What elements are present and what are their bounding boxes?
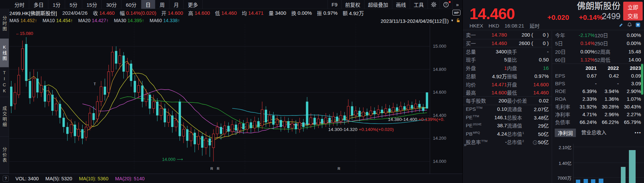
sidebar-item-成交明细[interactable]: 成交明细 bbox=[0, 97, 9, 137]
quote-row: 股息率TTM-总市值2i50亿 bbox=[463, 138, 552, 146]
info-icon[interactable]: i bbox=[533, 140, 537, 145]
sidebar-item-分价表[interactable]: 分价表 bbox=[0, 137, 9, 174]
last-price: 14.460 bbox=[469, 5, 515, 23]
tool-工具[interactable]: 工具 bbox=[410, 0, 428, 9]
tab-更多[interactable]: 更多 bbox=[184, 0, 203, 9]
ma-label-MA5: MA514.452↑ bbox=[9, 18, 37, 23]
quote-row: PETTM146.1总股本3.48亿 bbox=[463, 113, 552, 122]
quote-row: 总量3400换手- bbox=[463, 47, 552, 56]
tab-多日[interactable]: 多日 bbox=[29, 0, 48, 9]
quote-row: 20日0.00%52周高15.48 bbox=[552, 47, 644, 56]
ma-items: MA514.452↑MA1014.454↑MA2014.427↑MA3014.3… bbox=[9, 18, 185, 23]
t-marker: T bbox=[236, 129, 239, 133]
vol-items: VOL: 3400MA(5): 5320MA(10): 5360MA(20): … bbox=[15, 176, 145, 181]
y-tick-14.600: 14.600 bbox=[433, 90, 446, 95]
fin-row-负债率: 负债率66.24%66.22%65.79% bbox=[555, 118, 641, 126]
quote-row: 买一14.4602600 (0 ) bbox=[463, 39, 552, 48]
fin-table-header: 202120222023 bbox=[555, 64, 641, 72]
panel-scrollbar[interactable] bbox=[641, 64, 643, 95]
chart-region: 分时多日1分5分15分30分60分日周月更多 F9前复权超级叠加画线工具?» 分… bbox=[0, 0, 462, 183]
quote-row: 5日0.14%250日0.00% bbox=[552, 39, 644, 48]
tab-60分[interactable]: 60分 bbox=[121, 0, 141, 9]
vol-stat: VOL: 3400 bbox=[15, 176, 39, 181]
market-info-row: HKEX HKD 16:08:21 延时 bbox=[469, 22, 540, 29]
period-tabs: 分时多日1分5分15分30分60分日周月更多 bbox=[10, 0, 203, 9]
r-marker: R bbox=[210, 167, 213, 171]
vol-stat: MA(20): 5140 bbox=[115, 176, 145, 181]
fin-row-ROE: ROE6.39%3.94%2.90% bbox=[555, 87, 641, 95]
vol-stat: MA(10): 5360 bbox=[79, 176, 108, 181]
fin-row-净利率: 净利率4.71%2.96%2.27% bbox=[555, 110, 641, 118]
symbol-label: 2499.HK[佛朗斯股份] bbox=[9, 9, 57, 16]
stock-code: 2499 bbox=[577, 11, 621, 21]
period-high-label: ←15.080 bbox=[15, 31, 33, 36]
sidebar-item-TICK[interactable]: TICK bbox=[0, 67, 9, 97]
t-marker: T bbox=[94, 82, 96, 86]
quote-row: 现手5量比0.50 bbox=[463, 56, 552, 64]
help-icon[interactable]: ? bbox=[440, 0, 452, 9]
alert-bell-icon[interactable] bbox=[627, 22, 632, 28]
tab-周[interactable]: 周 bbox=[155, 0, 169, 9]
tab-分时[interactable]: 分时 bbox=[10, 0, 29, 9]
info-field-额: 额4.92万 bbox=[343, 9, 364, 16]
tool-前复权[interactable]: 前复权 bbox=[341, 0, 364, 9]
svg-text:?: ? bbox=[445, 3, 447, 7]
info-field-低: 低14.460 bbox=[215, 9, 237, 16]
expand-toolbar-icon[interactable]: » bbox=[452, 0, 462, 9]
info-field-高: 高14.600 bbox=[188, 9, 210, 16]
r-marker: R bbox=[338, 167, 340, 171]
fin-tab-净利润[interactable]: 净利润 bbox=[555, 129, 576, 137]
more-menu-icon[interactable]: ••• bbox=[635, 130, 641, 135]
quote-detail-left: 卖一14.780200 (0 )买一14.4602600 (0 )总量3400换… bbox=[463, 31, 552, 146]
tab-30分[interactable]: 30分 bbox=[102, 0, 121, 9]
fin-row-EPS: EPS0.670.420.09 bbox=[555, 72, 641, 80]
wp-monitor-icon[interactable]: WP bbox=[452, 10, 460, 15]
stock-name-block: 佛朗斯股份 2499 bbox=[577, 1, 621, 21]
view-sidebar: 分时图K线图TICK成交明细分价表 bbox=[0, 9, 9, 174]
financial-table: 202120222023EPS0.670.420.09BPS--3.09ROE6… bbox=[552, 64, 644, 126]
tab-1分[interactable]: 1分 bbox=[48, 0, 65, 9]
net-profit-mini-chart[interactable]: 2.10亿1.40亿7000万 bbox=[552, 141, 644, 183]
quote-row: 60日1.12%52周低14.00 bbox=[552, 56, 644, 64]
chart-tools: F9前复权超级叠加画线工具?» bbox=[328, 0, 462, 9]
quote-panel: 14.460 +0.020 +0.14% 佛朗斯股份 2499 立即交易 HKE… bbox=[462, 0, 644, 183]
tab-15分[interactable]: 15分 bbox=[82, 0, 102, 9]
info-field-换: 换0.00% bbox=[291, 9, 312, 16]
trade-now-button[interactable]: 立即交易 bbox=[623, 2, 643, 20]
mini-grid-label: 7000万 bbox=[552, 175, 572, 181]
fin-tab-营业总收入[interactable]: 营业总收入 bbox=[581, 129, 606, 137]
sidebar-item-K线图[interactable]: K线图 bbox=[0, 39, 9, 67]
mini-bar bbox=[629, 150, 636, 183]
info-field-振: 振0.97% bbox=[317, 9, 338, 16]
tab-5分[interactable]: 5分 bbox=[65, 0, 82, 9]
fin-row-BPS: BPS--3.09 bbox=[555, 80, 641, 87]
unlock-icon[interactable] bbox=[456, 18, 460, 23]
edit-pencil-icon[interactable] bbox=[618, 22, 624, 28]
mini-bar bbox=[576, 180, 580, 183]
sidebar-item-分时图[interactable]: 分时图 bbox=[0, 9, 9, 39]
r-marker: R bbox=[217, 167, 219, 171]
mini-bar bbox=[584, 179, 588, 183]
date-range[interactable]: 2023/11/13-2024/04/26(112日) bbox=[381, 17, 449, 24]
collapse-panel-icon[interactable]: » bbox=[464, 142, 466, 147]
candlestick-chart[interactable]: ←15.080 14.000 ⟶ 14.380-14.400 +0.139%(+… bbox=[9, 24, 462, 174]
add-watchlist-icon[interactable] bbox=[635, 22, 641, 28]
fin-row-ROA: ROA2.33%1.36%1.07% bbox=[555, 95, 641, 103]
ma-label-MA30: MA3014.395↑ bbox=[114, 18, 144, 23]
quote-row: PBMRQ4.24总市值150亿 bbox=[463, 130, 552, 138]
help-icon[interactable]: ? bbox=[3, 176, 9, 182]
tool-F9[interactable]: F9 bbox=[328, 0, 341, 9]
tab-日[interactable]: 日 bbox=[141, 0, 155, 9]
chevron-down-icon[interactable]: ▼ bbox=[451, 19, 454, 22]
tool-画线[interactable]: 画线 bbox=[392, 0, 410, 9]
tool-超级叠加[interactable]: 超级叠加 bbox=[364, 0, 392, 9]
exchange-label: HKEX bbox=[469, 23, 483, 29]
stock-terminal: 分时多日1分5分15分30分60分日周月更多 F9前复权超级叠加画线工具?» 分… bbox=[0, 0, 644, 183]
period-low-label: 14.000 ⟶ bbox=[162, 157, 183, 162]
year-2023: 2023 bbox=[619, 65, 641, 71]
gear-icon[interactable] bbox=[428, 0, 440, 9]
tab-月[interactable]: 月 bbox=[169, 0, 184, 9]
quote-detail-right: 今年-2.17%120日0.00%5日0.14%250日0.00%20日0.00… bbox=[552, 31, 644, 183]
info-field-收: 收14.460 bbox=[93, 9, 115, 16]
y-tick-14.400: 14.400 bbox=[433, 113, 446, 118]
